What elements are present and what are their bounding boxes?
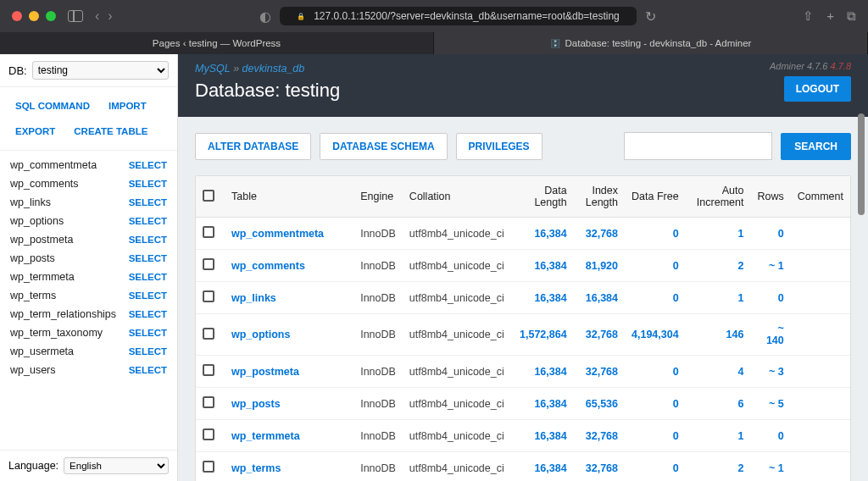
cell-data-length[interactable]: 16,384 bbox=[511, 388, 574, 420]
cell-data-length[interactable]: 1,572,864 bbox=[511, 314, 574, 356]
select-all-checkbox[interactable] bbox=[203, 190, 214, 202]
tab-adminer[interactable]: 🗄️ Database: testing - devkinsta_db - Ad… bbox=[434, 32, 868, 54]
sidebar-table-name[interactable]: wp_links bbox=[10, 196, 51, 208]
table-name-link[interactable]: wp_links bbox=[225, 282, 353, 314]
sidebar-table-name[interactable]: wp_commentmeta bbox=[10, 159, 97, 171]
sidebar-select-link[interactable]: SELECT bbox=[129, 160, 167, 170]
cell-data-length[interactable]: 16,384 bbox=[511, 420, 574, 452]
search-button[interactable]: SEARCH bbox=[781, 133, 851, 160]
cell-index-length[interactable]: 32,768 bbox=[574, 218, 625, 250]
sidebar-table-name[interactable]: wp_termmeta bbox=[10, 271, 75, 283]
scrollbar[interactable] bbox=[858, 113, 865, 215]
close-window-icon[interactable] bbox=[12, 11, 22, 21]
sidebar-table-name[interactable]: wp_usermeta bbox=[10, 346, 74, 357]
cell-index-length[interactable]: 81,920 bbox=[574, 250, 625, 282]
cell-auto-increment[interactable]: 2 bbox=[686, 452, 751, 482]
cell-data-length[interactable]: 16,384 bbox=[511, 282, 574, 314]
cell-auto-increment[interactable]: 4 bbox=[686, 356, 751, 388]
sidebar-table-name[interactable]: wp_postmeta bbox=[10, 234, 73, 246]
cell-rows[interactable]: ~ 5 bbox=[750, 388, 790, 420]
export-link[interactable]: EXPORT bbox=[8, 121, 62, 141]
cell-index-length[interactable]: 32,768 bbox=[574, 420, 625, 452]
cell-rows[interactable]: 0 bbox=[750, 420, 790, 452]
cell-data-free[interactable]: 0 bbox=[625, 388, 686, 420]
table-name-link[interactable]: wp_terms bbox=[225, 452, 353, 482]
sidebar-table-name[interactable]: wp_term_relationships bbox=[10, 308, 116, 320]
cell-rows[interactable]: 0 bbox=[750, 282, 790, 314]
col-data-free[interactable]: Data Free bbox=[625, 176, 686, 218]
import-link[interactable]: IMPORT bbox=[102, 96, 153, 116]
privacy-shield-icon[interactable]: ◐ bbox=[259, 8, 271, 25]
sidebar-select-link[interactable]: SELECT bbox=[129, 179, 167, 189]
language-select[interactable]: English bbox=[64, 457, 169, 474]
sidebar-select-link[interactable]: SELECT bbox=[129, 290, 167, 301]
col-engine[interactable]: Engine bbox=[353, 176, 403, 218]
sql-command-link[interactable]: SQL COMMAND bbox=[8, 96, 97, 116]
cell-index-length[interactable]: 65,536 bbox=[574, 388, 625, 420]
cell-index-length[interactable]: 32,768 bbox=[574, 314, 625, 356]
cell-data-length[interactable]: 16,384 bbox=[511, 452, 574, 482]
col-rows[interactable]: Rows bbox=[750, 176, 790, 218]
create-table-link[interactable]: CREATE TABLE bbox=[67, 121, 154, 141]
sidebar-table-name[interactable]: wp_users bbox=[10, 364, 56, 376]
table-name-link[interactable]: wp_comments bbox=[225, 250, 353, 282]
sidebar-table-name[interactable]: wp_terms bbox=[10, 290, 56, 301]
cell-rows[interactable]: ~ 1 bbox=[750, 452, 790, 482]
cell-data-free[interactable]: 0 bbox=[625, 282, 686, 314]
cell-auto-increment[interactable]: 1 bbox=[686, 420, 751, 452]
row-checkbox[interactable] bbox=[203, 428, 214, 440]
alter-database-button[interactable]: ALTER DATABASE bbox=[195, 133, 311, 160]
cell-data-length[interactable]: 16,384 bbox=[511, 356, 574, 388]
row-checkbox[interactable] bbox=[203, 290, 214, 302]
new-tab-icon[interactable]: + bbox=[826, 8, 834, 24]
col-index-length[interactable]: Index Length bbox=[574, 176, 625, 218]
cell-data-free[interactable]: 0 bbox=[625, 420, 686, 452]
row-checkbox[interactable] bbox=[203, 461, 214, 473]
col-auto-increment[interactable]: Auto Increment bbox=[686, 176, 751, 218]
sidebar-select-link[interactable]: SELECT bbox=[129, 365, 167, 375]
cell-index-length[interactable]: 16,384 bbox=[574, 282, 625, 314]
row-checkbox[interactable] bbox=[203, 328, 214, 340]
cell-index-length[interactable]: 32,768 bbox=[574, 356, 625, 388]
sidebar-select-link[interactable]: SELECT bbox=[129, 253, 167, 263]
cell-rows[interactable]: ~ 140 bbox=[750, 314, 790, 356]
table-name-link[interactable]: wp_options bbox=[225, 314, 353, 356]
row-checkbox[interactable] bbox=[203, 258, 214, 270]
share-icon[interactable]: ⇧ bbox=[803, 8, 814, 24]
back-icon[interactable]: ‹ bbox=[95, 8, 99, 24]
cell-auto-increment[interactable]: 2 bbox=[686, 250, 751, 282]
breadcrumb-mysql[interactable]: MySQL bbox=[195, 63, 231, 75]
cell-auto-increment[interactable]: 6 bbox=[686, 388, 751, 420]
cell-rows[interactable]: ~ 1 bbox=[750, 250, 790, 282]
table-name-link[interactable]: wp_postmeta bbox=[225, 356, 353, 388]
maximize-window-icon[interactable] bbox=[46, 11, 56, 21]
reload-icon[interactable]: ↻ bbox=[645, 8, 656, 25]
row-checkbox[interactable] bbox=[203, 396, 214, 408]
privileges-button[interactable]: PRIVILEGES bbox=[456, 133, 542, 160]
cell-data-free[interactable]: 0 bbox=[625, 356, 686, 388]
search-input[interactable] bbox=[624, 132, 772, 160]
breadcrumb-server[interactable]: devkinsta_db bbox=[233, 63, 304, 75]
sidebar-table-name[interactable]: wp_posts bbox=[10, 252, 55, 264]
cell-data-length[interactable]: 16,384 bbox=[511, 218, 574, 250]
col-comment[interactable]: Comment bbox=[791, 176, 850, 218]
sidebar-toggle-icon[interactable] bbox=[68, 10, 83, 22]
sidebar-select-link[interactable]: SELECT bbox=[129, 235, 167, 245]
col-table[interactable]: Table bbox=[225, 176, 353, 218]
cell-data-free[interactable]: 0 bbox=[625, 250, 686, 282]
table-name-link[interactable]: wp_posts bbox=[225, 388, 353, 420]
forward-icon[interactable]: › bbox=[108, 8, 112, 24]
minimize-window-icon[interactable] bbox=[29, 11, 39, 21]
row-checkbox[interactable] bbox=[203, 226, 214, 238]
tab-wordpress[interactable]: Pages ‹ testing — WordPress bbox=[0, 32, 434, 54]
sidebar-table-name[interactable]: wp_comments bbox=[10, 178, 79, 190]
tabs-overview-icon[interactable]: ⧉ bbox=[847, 8, 856, 24]
cell-data-length[interactable]: 16,384 bbox=[511, 250, 574, 282]
table-name-link[interactable]: wp_commentmeta bbox=[225, 218, 353, 250]
sidebar-select-link[interactable]: SELECT bbox=[129, 272, 167, 282]
cell-rows[interactable]: ~ 3 bbox=[750, 356, 790, 388]
address-bar[interactable]: 🔒 127.0.0.1:15200/?server=devkinsta_db&u… bbox=[280, 7, 637, 25]
col-collation[interactable]: Collation bbox=[403, 176, 511, 218]
db-select[interactable]: testing bbox=[32, 61, 169, 80]
sidebar-select-link[interactable]: SELECT bbox=[129, 346, 167, 357]
